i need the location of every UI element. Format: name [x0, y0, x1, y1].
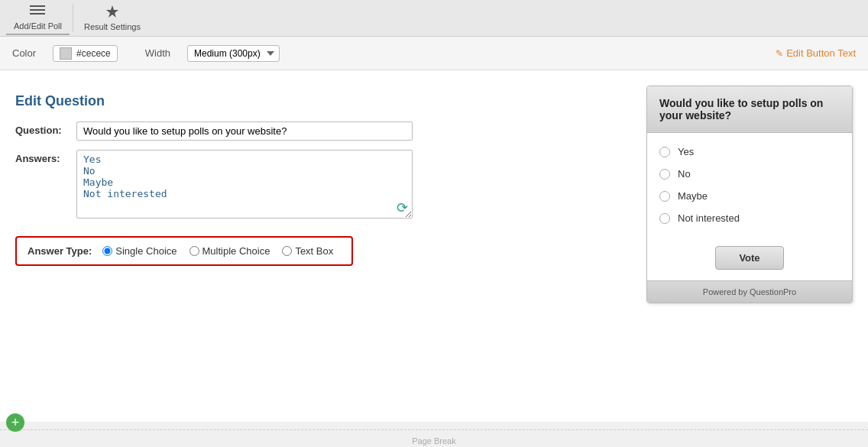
question-row: Question:: [15, 121, 616, 141]
poll-option-not-interested: Not interested: [659, 207, 840, 229]
toolbar-add-edit-poll-label: Add/Edit Poll: [14, 21, 62, 31]
question-input[interactable]: [76, 121, 413, 141]
poll-radio-no[interactable]: [659, 169, 670, 180]
poll-question: Would you like to setup polls on your we…: [647, 86, 852, 133]
poll-option-maybe: Maybe: [659, 185, 840, 207]
poll-options: Yes No Maybe Not interested: [647, 133, 852, 237]
radio-text-box[interactable]: Text Box: [282, 245, 333, 257]
vote-button[interactable]: Vote: [715, 246, 783, 270]
pencil-icon: ✎: [776, 48, 783, 59]
toolbar-add-edit-poll[interactable]: Add/Edit Poll: [6, 2, 70, 35]
answers-row: Answers: Yes No Maybe Not interested ⟳: [15, 150, 616, 221]
poll-option-not-interested-label: Not interested: [678, 212, 740, 224]
answers-wrapper: Yes No Maybe Not interested ⟳: [76, 150, 413, 221]
answers-label: Answers:: [15, 150, 76, 164]
toolbar-result-settings[interactable]: Result Settings: [76, 2, 148, 34]
color-label: Color: [12, 47, 36, 59]
color-preview-box: [60, 47, 72, 60]
refresh-button[interactable]: ⟳: [397, 199, 408, 216]
poll-radio-maybe[interactable]: [659, 191, 670, 202]
poll-option-no: No: [659, 163, 840, 185]
answer-type-box: Answer Type: Single Choice Multiple Choi…: [15, 236, 353, 266]
answer-type-label: Answer Type:: [28, 245, 92, 257]
preview-panel: Would you like to setup polls on your we…: [646, 86, 853, 407]
poll-vote-area: Vote: [647, 237, 852, 280]
color-value: #cecece: [76, 48, 111, 59]
poll-option-maybe-label: Maybe: [678, 190, 708, 202]
toolbar: Add/Edit Poll Result Settings: [0, 0, 868, 37]
radio-single-choice-input[interactable]: [102, 246, 112, 256]
svg-rect-0: [30, 5, 45, 7]
result-settings-icon: [105, 5, 119, 21]
radio-multiple-choice-input[interactable]: [189, 246, 199, 256]
toolbar-result-settings-label: Result Settings: [84, 22, 141, 31]
toolbar-divider: [73, 5, 73, 32]
svg-rect-1: [30, 9, 45, 11]
question-label: Question:: [15, 121, 76, 136]
radio-multiple-choice-label: Multiple Choice: [202, 245, 270, 257]
page-break: Page Break: [0, 429, 868, 447]
edit-button-text-label: Edit Button Text: [786, 47, 856, 59]
radio-text-box-input[interactable]: [282, 246, 292, 256]
width-select[interactable]: Small (200px) Medium (300px) Large (400p…: [187, 45, 280, 62]
radio-multiple-choice[interactable]: Multiple Choice: [189, 245, 270, 257]
svg-rect-2: [30, 13, 45, 15]
radio-single-choice-label: Single Choice: [115, 245, 177, 257]
color-swatch[interactable]: #cecece: [53, 45, 118, 62]
edit-question-title: Edit Question: [15, 93, 616, 109]
poll-footer: Powered by QuestionPro: [647, 280, 852, 303]
poll-radio-yes[interactable]: [659, 147, 670, 157]
add-button[interactable]: +: [6, 413, 24, 432]
radio-text-box-label: Text Box: [295, 245, 333, 257]
edit-panel: Edit Question Question: Answers: Yes No …: [15, 86, 616, 407]
poll-option-yes: Yes: [659, 141, 840, 163]
poll-widget: Would you like to setup polls on your we…: [646, 86, 853, 303]
poll-option-yes-label: Yes: [678, 146, 694, 157]
page-break-label: Page Break: [412, 436, 455, 445]
radio-single-choice[interactable]: Single Choice: [102, 245, 177, 257]
poll-radio-not-interested[interactable]: [659, 213, 670, 224]
answers-textarea[interactable]: Yes No Maybe Not interested: [76, 150, 413, 219]
main-content: Edit Question Question: Answers: Yes No …: [0, 70, 868, 422]
settings-bar: Color #cecece Width Small (200px) Medium…: [0, 37, 868, 70]
edit-button-text-link[interactable]: ✎ Edit Button Text: [776, 47, 856, 59]
poll-option-no-label: No: [678, 168, 691, 180]
width-label: Width: [145, 47, 170, 59]
add-edit-poll-icon: [30, 5, 45, 20]
